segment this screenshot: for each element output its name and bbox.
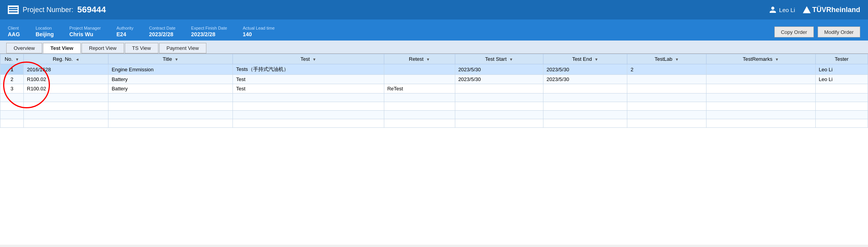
cell-test: Tests（手持式汽油机） — [233, 64, 384, 75]
tab-ts-view[interactable]: TS View — [125, 43, 158, 53]
col-reg-no[interactable]: Reg. No. ◄ — [24, 54, 108, 64]
sort-arrow-testremarks: ▼ — [775, 57, 779, 62]
col-retest[interactable]: Retest ▼ — [384, 54, 455, 64]
cell-testremarks — [706, 75, 815, 84]
header-left: Project Number: 569444 — [8, 5, 106, 15]
table-row[interactable]: 12016/1628Engine EmmissionTests（手持式汽油机）2… — [0, 64, 868, 75]
empty-row — [0, 111, 868, 119]
empty-row — [0, 94, 868, 102]
sort-arrow-testlab: ▼ — [675, 57, 679, 62]
table-row[interactable]: 3R100.02BatteryTestReTest — [0, 84, 868, 94]
tab-payment-view[interactable]: Payment View — [159, 43, 206, 53]
actual-lead-value: 140 — [243, 31, 275, 37]
cell-testremarks — [706, 84, 815, 94]
contract-date-field: Contract Date 2023/2/28 — [149, 26, 176, 37]
menu-icon[interactable] — [8, 5, 19, 14]
expect-finish-field: Expect Finish Date 2023/2/28 — [191, 26, 227, 37]
col-test-end[interactable]: Test End ▼ — [543, 54, 627, 64]
client-value: AAG — [8, 31, 20, 37]
cell-title: Engine Emmission — [108, 64, 233, 75]
cell-testlab: 2 — [627, 64, 706, 75]
sort-arrow-retest: ▼ — [426, 57, 430, 62]
client-label: Client — [8, 26, 20, 30]
modify-order-button[interactable]: Modify Order — [818, 26, 860, 37]
sort-arrow-test-start: ▼ — [509, 57, 513, 62]
sort-arrow-reg-no: ◄ — [75, 57, 79, 62]
sort-arrow-test: ▼ — [312, 57, 316, 62]
cell-testlab — [627, 75, 706, 84]
cell-testlab — [627, 84, 706, 94]
tab-overview[interactable]: Overview — [6, 43, 42, 53]
cell-no: 1 — [0, 64, 24, 75]
actual-lead-label: Actual Lead time — [243, 26, 275, 30]
sub-header-actions: Copy Order Modify Order — [774, 26, 860, 37]
cell-retest — [384, 75, 455, 84]
project-number-value: 569444 — [77, 5, 106, 15]
col-test-start[interactable]: Test Start ▼ — [455, 54, 543, 64]
cell-test-end — [543, 84, 627, 94]
table-row[interactable]: 2R100.02BatteryTest2023/5/302023/5/30Leo… — [0, 75, 868, 84]
project-manager-value: Chris Wu — [69, 31, 101, 37]
table-header-row: No. ▼ Reg. No. ◄ Title ▼ Test ▼ Retest — [0, 54, 868, 64]
header-bar: Project Number: 569444 Leo Li TÜVRheinla… — [0, 0, 868, 19]
tab-report-view[interactable]: Report View — [82, 43, 124, 53]
cell-title: Battery — [108, 84, 233, 94]
col-test[interactable]: Test ▼ — [233, 54, 384, 64]
cell-retest: ReTest — [384, 84, 455, 94]
brand-name: TÜVRheinland — [812, 6, 860, 14]
cell-test-end: 2023/5/30 — [543, 64, 627, 75]
expect-finish-value: 2023/2/28 — [191, 31, 227, 37]
cell-no: 3 — [0, 84, 24, 94]
sub-header: Client AAG Location Beijing Project Mana… — [0, 19, 868, 41]
user-info: Leo Li — [769, 6, 795, 14]
cell-tester — [815, 84, 868, 94]
cell-test-start: 2023/5/30 — [455, 75, 543, 84]
cell-tester: Leo Li — [815, 64, 868, 75]
header-right: Leo Li TÜVRheinland — [769, 6, 860, 14]
table-area: No. ▼ Reg. No. ◄ Title ▼ Test ▼ Retest — [0, 54, 868, 245]
client-field: Client AAG — [8, 26, 20, 37]
user-name: Leo Li — [779, 7, 795, 13]
sort-arrow-title: ▼ — [175, 57, 179, 62]
col-testlab[interactable]: TestLab ▼ — [627, 54, 706, 64]
test-view-table: No. ▼ Reg. No. ◄ Title ▼ Test ▼ Retest — [0, 54, 868, 128]
cell-tester: Leo Li — [815, 75, 868, 84]
cell-test-end: 2023/5/30 — [543, 75, 627, 84]
col-testremarks[interactable]: TestRemarks ▼ — [706, 54, 815, 64]
col-title[interactable]: Title ▼ — [108, 54, 233, 64]
project-number-label: Project Number: — [23, 6, 73, 14]
contract-date-value: 2023/2/28 — [149, 31, 176, 37]
cell-retest — [384, 64, 455, 75]
empty-row — [0, 102, 868, 111]
authority-field: Authority E24 — [117, 26, 133, 37]
contract-date-label: Contract Date — [149, 26, 176, 30]
cell-testremarks — [706, 64, 815, 75]
col-tester[interactable]: Tester — [815, 54, 868, 64]
tuv-triangle-icon — [803, 6, 811, 13]
table-footer-area — [0, 128, 868, 245]
authority-label: Authority — [117, 26, 133, 30]
empty-row — [0, 119, 868, 128]
col-no[interactable]: No. ▼ — [0, 54, 24, 64]
cell-no: 2 — [0, 75, 24, 84]
sort-arrow-no: ▼ — [15, 57, 19, 62]
user-icon — [769, 6, 777, 14]
authority-value: E24 — [117, 31, 133, 37]
cell-title: Battery — [108, 75, 233, 84]
cell-test-start: 2023/5/30 — [455, 64, 543, 75]
cell-reg-no: 2016/1628 — [24, 64, 108, 75]
tab-bar: Overview Test View Report View TS View P… — [0, 41, 868, 54]
location-value: Beijing — [36, 31, 54, 37]
cell-reg-no: R100.02 — [24, 75, 108, 84]
project-manager-field: Project Manager Chris Wu — [69, 26, 101, 37]
location-label: Location — [36, 26, 54, 30]
location-field: Location Beijing — [36, 26, 54, 37]
cell-test: Test — [233, 84, 384, 94]
project-manager-label: Project Manager — [69, 26, 101, 30]
expect-finish-label: Expect Finish Date — [191, 26, 227, 30]
sort-arrow-test-end: ▼ — [595, 57, 598, 62]
tab-test-view[interactable]: Test View — [43, 43, 81, 53]
copy-order-button[interactable]: Copy Order — [774, 26, 814, 37]
cell-test-start — [455, 84, 543, 94]
actual-lead-field: Actual Lead time 140 — [243, 26, 275, 37]
